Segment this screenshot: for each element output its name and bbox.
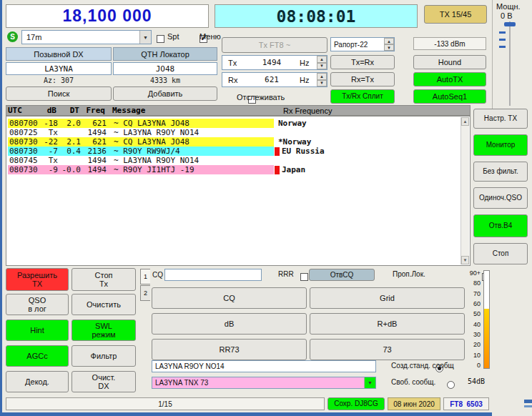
scrollbar-track[interactable] — [461, 126, 469, 256]
scroll-up-icon[interactable]: ▲ — [461, 117, 469, 126]
spin-up-icon[interactable]: ▲ — [384, 38, 394, 44]
report-value: Рапорт-22 — [331, 41, 368, 49]
decode-dt: 2.1 — [58, 137, 81, 147]
msg-73-button[interactable]: 73 — [310, 339, 465, 360]
free-msg-radio[interactable] — [447, 381, 455, 389]
menu-label: Меню — [200, 32, 221, 41]
hint-button[interactable]: Hint — [6, 320, 69, 341]
spinner-arrows: ▲▼ — [384, 38, 394, 51]
free-msg-combo[interactable]: LA3YNA TNX 73 ▼ — [152, 377, 376, 389]
scroll-down-icon[interactable]: ▼ — [461, 256, 469, 264]
decode-utc: 080730 — [8, 165, 39, 174]
decode-dt: 0.4 — [58, 147, 81, 156]
monitor-button[interactable]: Монитор — [473, 134, 528, 156]
decode-text: ~ LA3YNA R9OY NO14 — [107, 156, 199, 165]
dx-call-input[interactable] — [6, 62, 112, 75]
meter-fill — [484, 309, 489, 368]
meter-scale-label: 0 — [463, 362, 481, 369]
gen-msg-input[interactable] — [152, 360, 376, 372]
msg-rr73-button[interactable]: RR73 — [152, 339, 307, 360]
agcc-button[interactable]: AGCc — [6, 345, 69, 367]
report-spinner[interactable]: Рапорт-22 ▲▼ — [330, 37, 395, 51]
decode-message: 080730 -9 -0.0 1494 ~ R9OY JI1HTJ -19 — [8, 165, 274, 174]
track-label: Отслеживать — [237, 93, 285, 101]
dx-grid-input[interactable] — [113, 62, 217, 75]
enable-tx-button[interactable]: Разрешить TX — [6, 268, 69, 291]
spinner-arrows: ▲▼ — [317, 56, 327, 69]
tab-2[interactable]: 2 — [140, 285, 150, 301]
meter-scale-label: 20 — [463, 342, 481, 348]
hound-button[interactable]: Hound — [413, 55, 486, 69]
split-button[interactable]: Tx/Rx Сплит — [330, 89, 395, 104]
power-slider-tick-icon — [499, 31, 506, 34]
decode-freq: 1494 — [81, 128, 107, 137]
halt-tx-button[interactable]: Стоп Tx — [72, 268, 136, 291]
save-button[interactable]: Сохр. DJ8CG — [327, 397, 385, 410]
meter-scale-label: 30 — [463, 332, 481, 338]
filter-button[interactable]: Фильтр — [72, 345, 136, 367]
mini-slider-tick-icon — [524, 405, 532, 407]
distance-label: 4333 km — [113, 76, 217, 84]
spin-up-icon[interactable]: ▲ — [317, 56, 327, 63]
band-select[interactable]: 17m ▼ — [21, 30, 152, 44]
answer-cq-button[interactable]: ОтвCQ — [309, 269, 375, 281]
decode-row[interactable]: 080700 -18 2.0 621 ~ CQ LA3YNA JO48 Norw… — [8, 119, 307, 128]
tx-mode-button[interactable]: Tx FT8 ~ — [222, 37, 327, 53]
msg-db-button[interactable]: dB — [152, 313, 307, 335]
tx-eq-rx-button[interactable]: Tx=Rx — [330, 55, 395, 69]
decode-db: -18 — [39, 119, 58, 128]
no-filter-button[interactable]: Без фильт. — [473, 162, 528, 182]
decode-row[interactable]: 080745 Tx 1494 ~ LA3YNA R9OY NO14 — [8, 156, 278, 165]
stop-button[interactable]: Стоп — [473, 243, 528, 264]
erase-button[interactable]: Очистить — [72, 294, 136, 315]
tab-1[interactable]: 1 — [140, 269, 150, 284]
tune-tx-button[interactable]: Настр. TX — [473, 109, 528, 129]
country-note: Japan — [280, 165, 305, 174]
spin-down-icon[interactable]: ▼ — [384, 44, 394, 51]
decode-button[interactable]: Декод. — [6, 371, 69, 392]
tx-freq-spinner[interactable]: Tx 1494 Hz ▲▼ — [222, 55, 327, 70]
decode-message: 080700 -18 2.0 621 ~ CQ LA3YNA JO48 — [8, 119, 274, 128]
cq-input[interactable] — [164, 269, 262, 281]
dial-frequency-display: 18,100 000 — [6, 4, 209, 28]
mode-badge: FT8 6503 — [443, 397, 489, 410]
spt-checkbox[interactable] — [157, 35, 164, 43]
tx-watchdog-button[interactable]: TX 15/45 — [424, 5, 487, 24]
decode-row[interactable]: 080730 -22 2.1 621 ~ CQ LA3YNA JO48 *Nor… — [8, 137, 311, 147]
single-qso-button[interactable]: Одиноч.QSO — [473, 187, 528, 209]
msg-rdb-button[interactable]: R+dB — [310, 313, 465, 335]
answer-b4-button[interactable]: Отв.B4 — [473, 214, 528, 237]
lookup-button[interactable]: Поиск — [6, 86, 112, 101]
spin-up-icon[interactable]: ▲ — [317, 73, 327, 80]
autoseq-button[interactable]: AutoSeq1 — [413, 89, 486, 104]
msg-grid-button[interactable]: Grid — [310, 287, 465, 309]
mini-slider-handle[interactable] — [524, 400, 532, 403]
skip-grid-label: Проп.Лок. — [393, 270, 425, 278]
msg-cq-button[interactable]: CQ — [152, 287, 307, 309]
decode-row[interactable]: 080725 Tx 1494 ~ LA3YNA R9OY NO14 — [8, 128, 278, 137]
power-slider-handle[interactable] — [504, 22, 516, 26]
country-note: Norway — [274, 119, 307, 128]
decode-scrollbar[interactable]: ▲ ▼ — [460, 117, 469, 264]
meter-scale-label: 10 — [463, 352, 481, 359]
meter-scale: 90+ 80 70 60 50 40 30 20 10 0 — [463, 270, 481, 369]
rx-eq-tx-button[interactable]: Rx=Tx — [330, 72, 395, 86]
spin-down-icon[interactable]: ▼ — [317, 63, 327, 70]
decode-list[interactable]: 080700 -18 2.0 621 ~ CQ LA3YNA JO48 Norw… — [6, 116, 471, 266]
decode-row[interactable]: 080730 -7 0.4 2136 ~ R9OY RW9WJ/4 EU Rus… — [8, 147, 325, 156]
spin-down-icon[interactable]: ▼ — [317, 80, 327, 87]
meter-scale-label: 80 — [463, 280, 481, 287]
swl-mode-button[interactable]: SWL режим — [72, 320, 136, 341]
spt-label: Spt — [167, 32, 179, 41]
decode-utc: 080730 — [8, 147, 39, 156]
rx-freq-spinner[interactable]: Rx 621 Hz ▲▼ — [222, 72, 327, 87]
decode-row[interactable]: 080730 -9 -0.0 1494 ~ R9OY JI1HTJ -19 Ja… — [8, 165, 305, 174]
add-button[interactable]: Добавить — [113, 86, 217, 101]
rrr-checkbox[interactable] — [300, 273, 308, 281]
power-slider-track[interactable] — [509, 21, 511, 106]
level-meter: 90+ 80 70 60 50 40 30 20 10 0 — [463, 269, 493, 373]
auto-tx-button[interactable]: AutoTX — [413, 72, 486, 86]
clear-dx-button[interactable]: Очист. DX — [72, 371, 136, 392]
log-qso-button[interactable]: QSO в лог — [6, 294, 69, 315]
chevron-down-icon[interactable]: ▼ — [364, 377, 375, 388]
